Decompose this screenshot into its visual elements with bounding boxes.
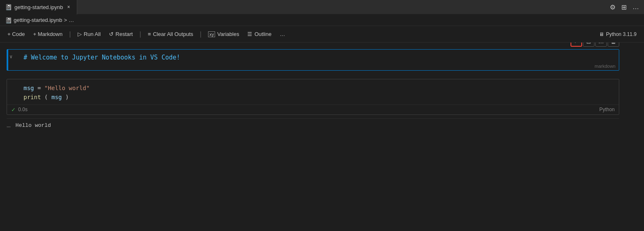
toolbar-separator-1: |: [67, 31, 72, 38]
tab-label: getting-started.ipynb: [14, 4, 63, 10]
cell-2-content[interactable]: msg = "Hello world" print ( msg ): [7, 79, 619, 105]
exec-success-icon: ✓: [11, 107, 16, 113]
cell-output: … Hello world: [7, 118, 619, 133]
collapse-icon[interactable]: ∨: [9, 54, 12, 60]
cell-active-bar: [7, 50, 8, 70]
string-hello: "Hello world": [45, 85, 90, 91]
variables-button[interactable]: xy Variables: [205, 29, 242, 39]
output-text: Hello world: [16, 122, 51, 129]
func-print: print: [24, 94, 41, 100]
cell-2: msg = "Hello world" print ( msg ) [3] ✓ …: [7, 79, 619, 115]
cell-more-icon: …: [598, 43, 604, 45]
restart-icon: ↺: [109, 31, 114, 37]
code-line-2: print ( msg ): [24, 93, 615, 102]
tab-bar: 📓 getting-started.ipynb × ⚙ ⊞ …: [0, 0, 644, 14]
cell-more-button[interactable]: …: [595, 43, 607, 47]
cell-1: ✓ ⊟ … 🗑 ∨ # Welcome to Jupyter Notebooks…: [7, 49, 619, 71]
tab-right-actions: ⚙ ⊞ …: [610, 3, 644, 11]
kernel-selector[interactable]: 🖥 Python 3.11.9: [596, 30, 640, 38]
notebook-toolbar: + Code + Markdown | ▷ Run All ↺ Restart …: [0, 26, 644, 43]
cell-2-execution: [3] ✓ 0.0s Python: [7, 105, 619, 114]
cell-1-inner: ∨ # Welcome to Jupyter Notebooks in VS C…: [7, 49, 619, 71]
breadcrumb-ellipsis: …: [69, 17, 74, 23]
toolbar-separator-3: |: [198, 31, 203, 38]
exec-lang-label: Python: [599, 107, 615, 112]
notebook-area: ✓ ⊟ … 🗑 ∨ # Welcome to Jupyter Notebooks…: [0, 43, 644, 231]
split-cell-button[interactable]: ⊟: [583, 43, 594, 47]
notebook-icon: 📓: [5, 4, 12, 10]
code-line-1: msg = "Hello world": [24, 83, 615, 93]
run-all-label: Run All: [84, 31, 101, 37]
tab-close-button[interactable]: ×: [66, 3, 72, 11]
var-msg: msg: [24, 85, 34, 91]
layout-icon[interactable]: ⊞: [621, 3, 627, 11]
delete-icon: 🗑: [611, 43, 616, 45]
variables-label: Variables: [217, 31, 239, 37]
tab-getting-started[interactable]: 📓 getting-started.ipynb ×: [0, 0, 77, 14]
kernel-icon: 🖥: [599, 31, 604, 37]
tab-list: 📓 getting-started.ipynb ×: [0, 0, 77, 14]
breadcrumb-separator: >: [64, 17, 67, 23]
split-icon: ⊟: [586, 43, 591, 45]
add-code-button[interactable]: + Code: [4, 29, 28, 39]
cell-type-label: markdown: [594, 64, 616, 69]
breadcrumb-label: getting-started.ipynb: [14, 17, 62, 23]
paren-close: ): [65, 94, 69, 100]
variables-icon: xy: [208, 31, 215, 37]
outline-icon: ☰: [247, 31, 252, 37]
var-msg-2: msg: [51, 94, 62, 100]
toolbar-separator-2: |: [138, 31, 143, 38]
breadcrumb-icon: 📓: [5, 17, 12, 24]
run-all-button[interactable]: ▷ Run All: [74, 29, 104, 39]
clear-all-icon: ≡: [148, 31, 151, 37]
cell-1-text: # Welcome to Jupyter Notebooks in VS Cod…: [24, 54, 180, 61]
add-markdown-button[interactable]: + Markdown: [30, 29, 66, 39]
delete-cell-button[interactable]: 🗑: [608, 43, 619, 47]
breadcrumb: 📓 getting-started.ipynb > …: [0, 14, 644, 26]
toolbar-more-icon: …: [280, 31, 285, 37]
cell-1-toolbar: ✓ ⊟ … 🗑: [571, 43, 619, 47]
exec-time-label: 0.0s: [18, 107, 28, 112]
restart-button[interactable]: ↺ Restart: [106, 29, 136, 39]
output-dots: …: [7, 122, 11, 129]
outline-button[interactable]: ☰ Outline: [244, 29, 275, 39]
cell-2-inner: msg = "Hello world" print ( msg ) [3] ✓ …: [7, 79, 619, 115]
restart-label: Restart: [116, 31, 133, 37]
clear-all-label: Clear All Outputs: [153, 31, 193, 37]
paren-open: (: [45, 94, 48, 100]
kernel-label: Python 3.11.9: [606, 31, 637, 37]
settings-icon[interactable]: ⚙: [610, 3, 616, 11]
equals: =: [38, 85, 45, 91]
outline-label: Outline: [254, 31, 271, 37]
accept-icon: ✓: [574, 43, 579, 45]
clear-all-outputs-button[interactable]: ≡ Clear All Outputs: [144, 29, 197, 39]
more-icon[interactable]: …: [632, 3, 639, 11]
toolbar-more-button[interactable]: …: [277, 29, 289, 39]
accept-cell-button[interactable]: ✓: [571, 43, 582, 47]
run-all-icon: ▷: [78, 31, 82, 37]
cell-1-content[interactable]: ∨ # Welcome to Jupyter Notebooks in VS C…: [7, 50, 619, 70]
